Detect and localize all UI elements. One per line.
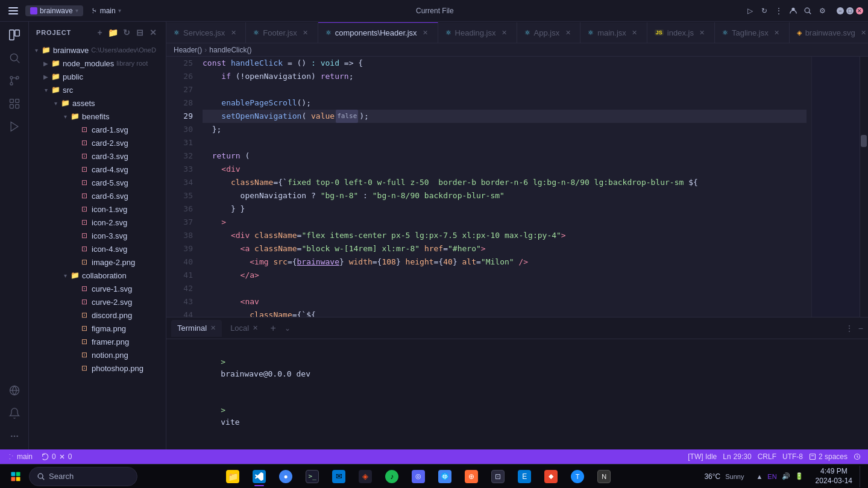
tw-status[interactable]: [TW] Idle	[685, 449, 719, 464]
line-ending-status[interactable]: CRLF	[755, 449, 779, 464]
list-item[interactable]: ▾ 📁 src	[29, 83, 166, 96]
tab-terminal[interactable]: Terminal ✕	[171, 320, 222, 337]
new-folder-icon[interactable]: 📁	[108, 27, 119, 38]
app-menu-icon[interactable]	[5, 2, 22, 19]
list-item[interactable]: ▶ ⊡ curve-1.svg	[29, 282, 166, 295]
run-button[interactable]: ▷	[745, 6, 755, 16]
taskbar-app-extra1[interactable]: ⊕	[459, 466, 483, 487]
taskbar-search[interactable]: Search	[29, 467, 137, 486]
taskbar-app-discord[interactable]: ◎	[406, 466, 430, 487]
list-item[interactable]: ▶ ⊡ icon-4.svg	[29, 242, 166, 255]
list-item[interactable]: ▶ ⊡ framer.png	[29, 335, 166, 348]
start-button[interactable]	[2, 466, 29, 487]
close-button[interactable]: ✕	[856, 7, 863, 14]
tab-index[interactable]: JS index.js ✕	[647, 22, 715, 43]
sidebar-item-remote[interactable]	[4, 380, 25, 401]
list-item[interactable]: ▶ ⊡ image-2.png	[29, 255, 166, 269]
taskbar-app-explorer[interactable]: 📁	[221, 466, 245, 487]
terminal-menu-icon[interactable]: ⋮	[845, 324, 854, 333]
tray-icon-4[interactable]: 🔋	[795, 472, 804, 480]
editor-scrollbar[interactable]	[860, 57, 868, 317]
show-desktop-button[interactable]	[860, 466, 863, 487]
indent-status[interactable]: 2 spaces	[807, 449, 850, 464]
list-item[interactable]: ▶ ⊡ icon-2.svg	[29, 216, 166, 229]
branch-status[interactable]: main	[5, 449, 35, 464]
sidebar-item-explorer[interactable]	[4, 24, 25, 46]
list-item[interactable]: ▶ ⊡ card-2.svg	[29, 136, 166, 149]
list-item[interactable]: ▶ ⊡ figma.png	[29, 322, 166, 335]
tab-close-icon[interactable]: ✕	[500, 28, 509, 37]
tray-icon-3[interactable]: 🔊	[782, 472, 790, 480]
sidebar-item-run[interactable]	[4, 116, 25, 137]
sync-status[interactable]: 0 0	[40, 449, 74, 464]
sidebar-item-more[interactable]	[4, 425, 25, 447]
list-item[interactable]: ▶ ⊡ card-5.svg	[29, 176, 166, 189]
branch-button[interactable]: main ▾	[87, 5, 125, 16]
taskbar-app-browser[interactable]: ●	[274, 466, 298, 487]
list-item[interactable]: ▾ 📁 collaboration	[29, 269, 166, 282]
tray-icon-2[interactable]: EN	[767, 473, 776, 480]
tab-close-icon[interactable]: ✕	[421, 28, 430, 38]
tab-services[interactable]: ⚛ Services.jsx ✕	[166, 22, 246, 43]
list-item[interactable]: ▾ 📁 benefits	[29, 110, 166, 123]
clock[interactable]: 4:49 PM 2024-03-14	[811, 467, 857, 486]
taskbar-app-extra3[interactable]: E	[512, 466, 536, 487]
minimize-button[interactable]: −	[837, 7, 844, 14]
tray-icon-1[interactable]: ▲	[756, 473, 763, 480]
tab-close-icon[interactable]: ✕	[563, 28, 573, 37]
sync-button[interactable]: ↻	[760, 6, 769, 16]
settings-button[interactable]: ⚙	[817, 6, 827, 16]
collapse-icon[interactable]: ⊟	[134, 27, 145, 38]
account-button[interactable]	[788, 6, 798, 16]
search-button[interactable]	[803, 6, 813, 16]
list-item[interactable]: ▶ ⊡ icon-3.svg	[29, 229, 166, 242]
local-tab-close-icon[interactable]: ✕	[253, 324, 258, 332]
tab-tagline[interactable]: ⚛ Tagline.jsx ✕	[715, 22, 790, 43]
list-item[interactable]: ▶ ⊡ card-4.svg	[29, 163, 166, 176]
line-col-status[interactable]: Ln 29:30	[720, 449, 753, 464]
list-item[interactable]: ▶ ⊡ curve-2.svg	[29, 295, 166, 308]
sidebar-item-extensions[interactable]	[4, 93, 25, 114]
taskbar-app-terminal[interactable]: >_	[300, 466, 324, 487]
tab-footer[interactable]: ⚛ Footer.jsx ✕	[246, 22, 318, 43]
tab-heading[interactable]: ⚛ Heading.jsx ✕	[438, 22, 517, 43]
tab-main[interactable]: ⚛ main.jsx ✕	[580, 22, 647, 43]
taskbar-app-vscode[interactable]	[247, 466, 271, 487]
breadcrumb-item[interactable]: handleClick()	[209, 46, 251, 54]
taskbar-app-extra5[interactable]: T	[565, 466, 590, 487]
list-item[interactable]: ▶ ⊡ notion.png	[29, 348, 166, 361]
scrollbar-thumb[interactable]	[861, 135, 867, 147]
new-terminal-button[interactable]: +	[266, 322, 280, 335]
taskbar-app-mail[interactable]: ✉	[327, 466, 351, 487]
code-editor[interactable]: const handleClick = () : void => { if (!…	[198, 57, 811, 317]
taskbar-app-chrome[interactable]: 🌐	[433, 466, 457, 487]
list-item[interactable]: ▶ ⊡ icon-1.svg	[29, 202, 166, 216]
tab-app[interactable]: ⚛ App.jsx ✕	[517, 22, 581, 43]
breadcrumb-item[interactable]: Header()	[174, 46, 202, 54]
tab-close-icon[interactable]: ✕	[228, 28, 238, 37]
list-item[interactable]: ▾ 📁 brainwave C:\Users\aodev\OneD	[29, 43, 166, 57]
feedback-status[interactable]	[851, 449, 863, 464]
list-item[interactable]: ▶ ⊡ card-6.svg	[29, 189, 166, 202]
tab-close-icon[interactable]: ✕	[772, 28, 782, 37]
list-item[interactable]: ▶ ⊡ card-1.svg	[29, 123, 166, 136]
taskbar-app-extra2[interactable]: ⊡	[486, 466, 510, 487]
brand-button[interactable]: brainwave ▾	[25, 5, 83, 16]
tab-close-icon[interactable]: ✕	[859, 28, 868, 37]
list-item[interactable]: ▾ 📁 assets	[29, 96, 166, 110]
new-file-icon[interactable]: +	[95, 27, 105, 38]
sidebar-item-search[interactable]	[4, 47, 25, 69]
more-button[interactable]: ⋮	[774, 6, 784, 16]
taskbar-app-extra4[interactable]: ◆	[539, 466, 563, 487]
tab-close-icon[interactable]: ✕	[630, 28, 640, 37]
tab-svg[interactable]: ◈ brainwave.svg ✕	[790, 22, 868, 43]
tab-close-icon[interactable]: ✕	[697, 28, 707, 37]
tab-header[interactable]: ⚛ components\Header.jsx ✕	[318, 22, 438, 43]
terminal-panel-dropdown[interactable]: ⌄	[282, 324, 293, 333]
sidebar-item-notifications[interactable]	[4, 402, 25, 424]
taskbar-app-music[interactable]: ♪	[380, 466, 404, 487]
refresh-icon[interactable]: ↻	[121, 27, 132, 38]
close-sidebar-icon[interactable]: ✕	[148, 27, 159, 38]
sidebar-item-source-control[interactable]	[4, 70, 25, 92]
terminal-minimize-icon[interactable]: −	[858, 324, 863, 333]
